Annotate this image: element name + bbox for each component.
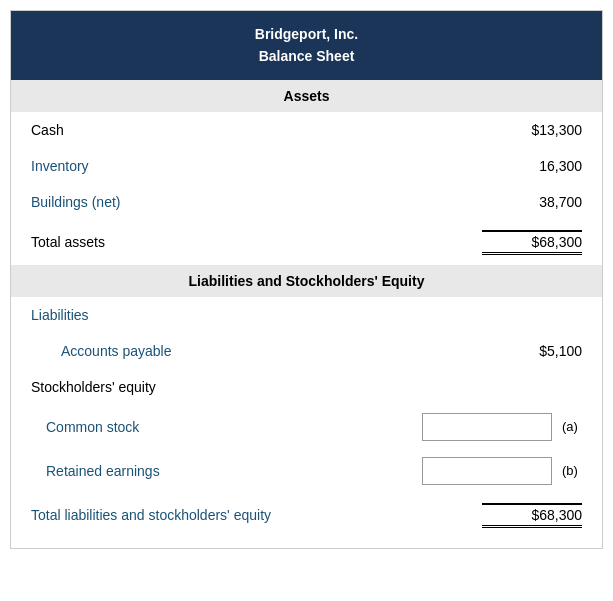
cash-value: $13,300: [502, 122, 582, 138]
retained-earnings-row: Retained earnings (b): [11, 449, 602, 493]
common-stock-row: Common stock (a): [11, 405, 602, 449]
buildings-row: Buildings (net) 38,700: [11, 184, 602, 220]
company-name: Bridgeport, Inc.: [21, 23, 592, 45]
common-stock-input[interactable]: [422, 413, 552, 441]
cash-label: Cash: [31, 122, 64, 138]
balance-sheet: Bridgeport, Inc. Balance Sheet Assets Ca…: [10, 10, 603, 549]
total-liabilities-label: Total liabilities and stockholders' equi…: [31, 507, 271, 523]
retained-earnings-input[interactable]: [422, 457, 552, 485]
assets-section-header: Assets: [11, 80, 602, 112]
sheet-title: Balance Sheet: [21, 45, 592, 67]
total-assets-label: Total assets: [31, 234, 105, 250]
buildings-label: Buildings (net): [31, 194, 121, 210]
liabilities-header-row: Liabilities: [11, 297, 602, 333]
buildings-value: 38,700: [502, 194, 582, 210]
common-stock-label: Common stock: [31, 419, 139, 435]
inventory-label: Inventory: [31, 158, 89, 174]
retained-earnings-note: (b): [562, 463, 582, 478]
header: Bridgeport, Inc. Balance Sheet: [11, 11, 602, 80]
liabilities-header-label: Liabilities: [31, 307, 89, 323]
retained-earnings-label: Retained earnings: [31, 463, 160, 479]
total-liabilities-row: Total liabilities and stockholders' equi…: [11, 493, 602, 538]
common-stock-note: (a): [562, 419, 582, 434]
accounts-payable-value: $5,100: [502, 343, 582, 359]
retained-earnings-input-area: (b): [422, 457, 582, 485]
total-assets-value: $68,300: [482, 230, 582, 255]
cash-row: Cash $13,300: [11, 112, 602, 148]
inventory-value: 16,300: [502, 158, 582, 174]
accounts-payable-label: Accounts payable: [46, 343, 172, 359]
liabilities-section-header: Liabilities and Stockholders' Equity: [11, 265, 602, 297]
common-stock-input-area: (a): [422, 413, 582, 441]
total-assets-row: Total assets $68,300: [11, 220, 602, 265]
accounts-payable-row: Accounts payable $5,100: [11, 333, 602, 369]
total-liabilities-value: $68,300: [482, 503, 582, 528]
stockholders-header-row: Stockholders' equity: [11, 369, 602, 405]
stockholders-header-label: Stockholders' equity: [31, 379, 156, 395]
inventory-row: Inventory 16,300: [11, 148, 602, 184]
